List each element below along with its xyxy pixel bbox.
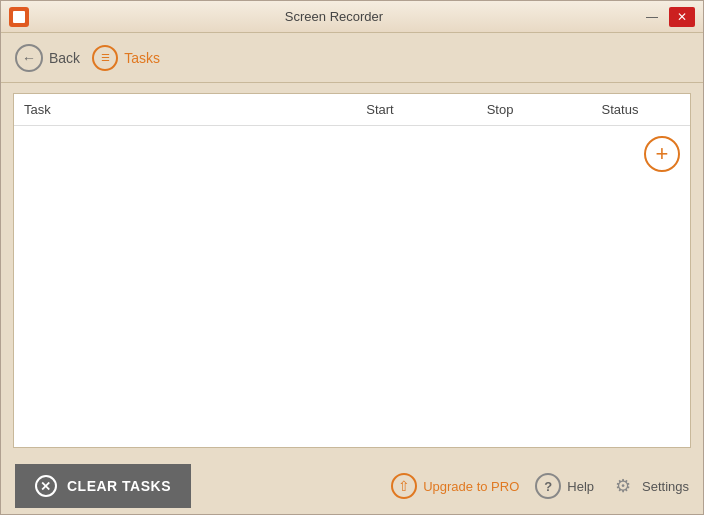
table-body: + bbox=[14, 126, 690, 447]
footer: ✕ CLEAR TASKS ⇧ Upgrade to PRO ? Help ⚙ … bbox=[1, 458, 703, 514]
clear-tasks-label: CLEAR TASKS bbox=[67, 478, 171, 494]
settings-label: Settings bbox=[642, 479, 689, 494]
col-status: Status bbox=[560, 102, 680, 117]
app-icon-inner bbox=[13, 11, 25, 23]
window-title: Screen Recorder bbox=[285, 9, 383, 24]
footer-actions: ⇧ Upgrade to PRO ? Help ⚙ Settings bbox=[391, 473, 689, 499]
title-bar-left bbox=[9, 7, 29, 27]
add-task-button[interactable]: + bbox=[644, 136, 680, 172]
back-button[interactable]: ← Back bbox=[15, 44, 80, 72]
help-label: Help bbox=[567, 479, 594, 494]
help-button[interactable]: ? Help bbox=[535, 473, 594, 499]
back-label: Back bbox=[49, 50, 80, 66]
nav-bar: ← Back ☰ Tasks bbox=[1, 33, 703, 83]
upgrade-button[interactable]: ⇧ Upgrade to PRO bbox=[391, 473, 519, 499]
upgrade-label: Upgrade to PRO bbox=[423, 479, 519, 494]
back-icon: ← bbox=[15, 44, 43, 72]
close-button[interactable]: ✕ bbox=[669, 7, 695, 27]
col-start: Start bbox=[320, 102, 440, 117]
col-stop: Stop bbox=[440, 102, 560, 117]
upgrade-icon: ⇧ bbox=[391, 473, 417, 499]
tasks-button[interactable]: ☰ Tasks bbox=[92, 45, 160, 71]
settings-gear-icon: ⚙ bbox=[610, 473, 636, 499]
main-content: Task Start Stop Status + bbox=[1, 83, 703, 458]
minimize-button[interactable]: — bbox=[639, 7, 665, 27]
table-header: Task Start Stop Status bbox=[14, 94, 690, 126]
clear-x-icon: ✕ bbox=[35, 475, 57, 497]
tasks-label: Tasks bbox=[124, 50, 160, 66]
col-task: Task bbox=[24, 102, 320, 117]
settings-button[interactable]: ⚙ Settings bbox=[610, 473, 689, 499]
help-icon: ? bbox=[535, 473, 561, 499]
tasks-icon: ☰ bbox=[92, 45, 118, 71]
app-icon bbox=[9, 7, 29, 27]
title-bar-controls: — ✕ bbox=[639, 7, 695, 27]
task-table: Task Start Stop Status + bbox=[13, 93, 691, 448]
app-window: Screen Recorder — ✕ ← Back ☰ Tasks Task … bbox=[0, 0, 704, 515]
clear-tasks-button[interactable]: ✕ CLEAR TASKS bbox=[15, 464, 191, 508]
title-bar: Screen Recorder — ✕ bbox=[1, 1, 703, 33]
